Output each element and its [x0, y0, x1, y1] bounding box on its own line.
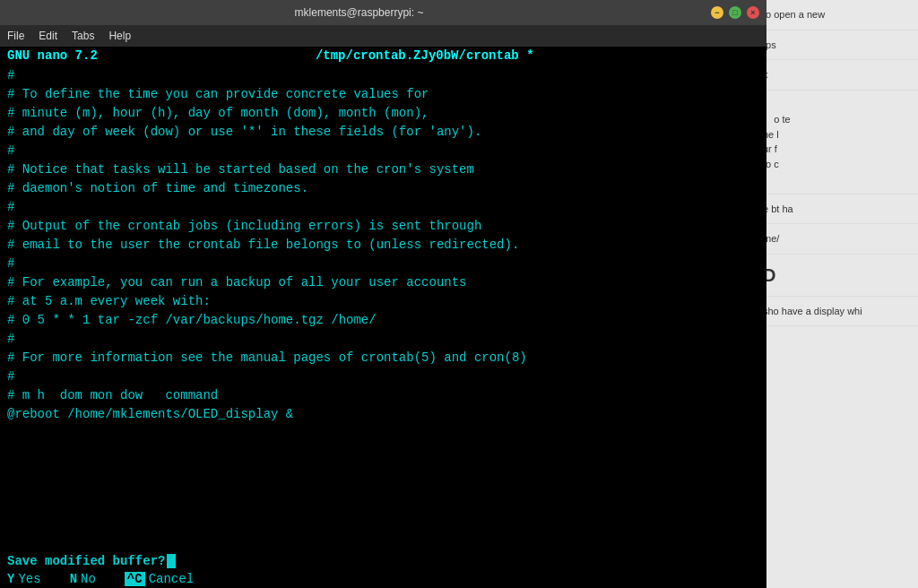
rp-section-5: e bt ha [758, 195, 918, 225]
rp-text-8: sho have a display whi [763, 306, 862, 316]
right-panel: to open a new tps x o te ne l ur f to c … [757, 0, 918, 588]
rp-section-1: to open a new [758, 0, 918, 30]
terminal-window: mklements@raspberrypi: ~ − □ × File Edit… [0, 0, 766, 588]
rp-section-8: sho have a display whi [758, 297, 918, 327]
rp-section-6: me/ [758, 224, 918, 255]
no-key: N [70, 572, 77, 586]
title-bar: mklements@raspberrypi: ~ − □ × [0, 0, 766, 25]
rp-text-5: e bt ha [763, 203, 793, 214]
menu-bar: File Edit Tabs Help [0, 25, 766, 47]
close-button[interactable]: × [747, 6, 759, 19]
yes-label: Yes [18, 572, 40, 586]
rp-text-4: o te ne l ur f to c [763, 114, 791, 169]
cancel-label: Cancel [149, 572, 194, 586]
cancel-key: ^C [125, 572, 145, 586]
save-options: Y Yes N No ^C Cancel [0, 570, 766, 588]
minimize-button[interactable]: − [711, 6, 723, 19]
save-prompt-text: Save modified buffer? [7, 554, 165, 568]
rp-section-2: tps [758, 30, 918, 61]
menu-file[interactable]: File [7, 30, 24, 42]
nano-header: GNU nano 7.2 /tmp/crontab.ZJy0bW/crontab… [0, 47, 766, 65]
editor-area[interactable]: # # To define the time you can provide c… [0, 65, 766, 552]
title-bar-title: mklements@raspberrypi: ~ [7, 6, 711, 19]
menu-help[interactable]: Help [108, 30, 131, 42]
no-label: No [81, 572, 96, 586]
save-option-yes[interactable]: Y Yes [7, 572, 41, 586]
menu-edit[interactable]: Edit [39, 30, 57, 42]
nano-filename: /tmp/crontab.ZJy0bW/crontab * [316, 48, 534, 63]
nano-header-right [752, 48, 759, 63]
rp-section-3: x [758, 60, 918, 91]
maximize-button[interactable]: □ [729, 6, 741, 19]
save-option-no[interactable]: N No [70, 572, 96, 586]
save-option-cancel[interactable]: ^C Cancel [125, 572, 194, 586]
save-prompt-line: Save modified buffer? [0, 552, 766, 570]
menu-tabs[interactable]: Tabs [72, 30, 94, 42]
save-prompt-cursor [167, 554, 176, 568]
save-prompt: Save modified buffer? Y Yes N No ^C Canc… [0, 552, 766, 588]
editor-content: # # To define the time you can provide c… [7, 66, 759, 424]
yes-key: Y [7, 572, 14, 586]
rp-section-4: o te ne l ur f to c [758, 91, 918, 195]
rp-text-1: to open a new [763, 9, 825, 20]
title-bar-buttons: − □ × [711, 6, 759, 19]
rp-section-7: D [758, 255, 918, 297]
nano-version: GNU nano 7.2 [7, 48, 98, 63]
